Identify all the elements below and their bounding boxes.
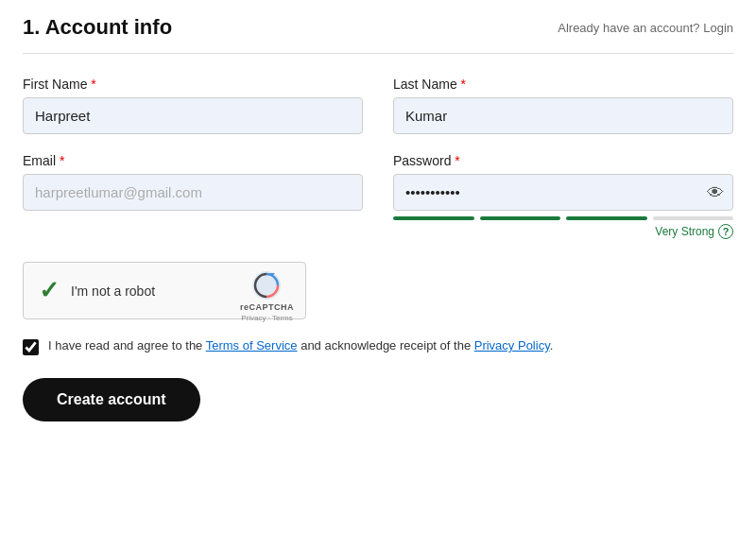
required-star: * bbox=[461, 77, 466, 92]
captcha-section: ✓ I'm not a robot reCAPTCHA Privacy · Te… bbox=[23, 262, 733, 319]
password-strength-bars bbox=[393, 216, 733, 220]
form-grid: First Name * Last Name * Email * Passw bbox=[23, 77, 733, 239]
strength-info-icon[interactable]: ? bbox=[718, 224, 733, 239]
captcha-label: I'm not a robot bbox=[71, 284, 155, 299]
terms-text: I have read and agree to the Terms of Se… bbox=[48, 338, 553, 352]
show-password-icon[interactable]: 👁 bbox=[707, 182, 724, 202]
email-label: Email * bbox=[23, 153, 363, 168]
create-account-button[interactable]: Create account bbox=[23, 378, 200, 421]
login-link[interactable]: Already have an account? Login bbox=[558, 21, 733, 35]
terms-section: I have read and agree to the Terms of Se… bbox=[23, 338, 733, 355]
password-wrapper: 👁 bbox=[393, 174, 733, 211]
password-label: Password * bbox=[393, 153, 733, 168]
password-group: Password * 👁 Very Strong ? bbox=[393, 153, 733, 239]
required-star: * bbox=[60, 153, 64, 168]
email-input[interactable] bbox=[23, 174, 363, 211]
page-title: 1. Account info bbox=[23, 15, 172, 40]
captcha-logo-area: reCAPTCHA Privacy · Terms bbox=[240, 270, 294, 322]
password-input[interactable] bbox=[393, 174, 733, 211]
last-name-label: Last Name * bbox=[393, 77, 733, 92]
terms-checkbox[interactable] bbox=[23, 339, 39, 355]
first-name-label: First Name * bbox=[23, 77, 363, 92]
required-star: * bbox=[455, 153, 459, 168]
captcha-box[interactable]: ✓ I'm not a robot reCAPTCHA Privacy · Te… bbox=[23, 262, 306, 319]
email-group: Email * bbox=[23, 153, 363, 239]
strength-bar-1 bbox=[393, 216, 474, 220]
recaptcha-brand-label: reCAPTCHA bbox=[240, 302, 294, 312]
strength-bar-2 bbox=[480, 216, 561, 220]
recaptcha-logo-icon bbox=[251, 270, 282, 301]
svg-point-0 bbox=[252, 271, 281, 300]
header: 1. Account info Already have an account?… bbox=[23, 15, 733, 54]
strength-bar-3 bbox=[566, 216, 647, 220]
strength-label: Very Strong ? bbox=[393, 224, 733, 239]
strength-bar-4 bbox=[653, 216, 734, 220]
tos-link[interactable]: Terms of Service bbox=[206, 338, 298, 352]
first-name-input[interactable] bbox=[23, 97, 363, 134]
first-name-group: First Name * bbox=[23, 77, 363, 134]
required-star: * bbox=[91, 77, 95, 92]
last-name-input[interactable] bbox=[393, 97, 733, 134]
privacy-policy-link[interactable]: Privacy Policy bbox=[474, 338, 550, 352]
page-container: 1. Account info Already have an account?… bbox=[0, 0, 756, 533]
captcha-checkmark-icon: ✓ bbox=[39, 276, 60, 305]
last-name-group: Last Name * bbox=[393, 77, 733, 134]
recaptcha-links: Privacy · Terms bbox=[241, 314, 293, 322]
